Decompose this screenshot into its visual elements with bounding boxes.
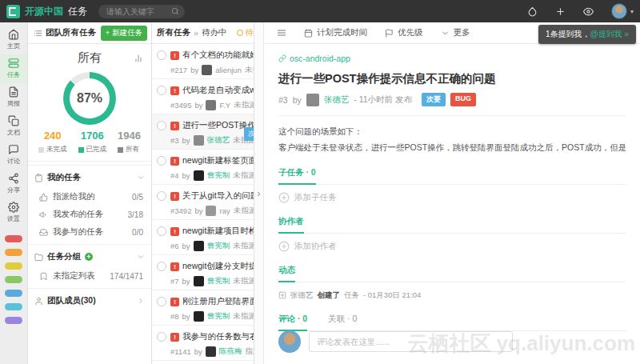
brand-name[interactable]: 开源中国 [25,5,63,18]
task-title[interactable]: newgit创建分支时提示重 [182,261,254,272]
project-link[interactable]: osc-android-app [278,54,350,63]
task-list-item[interactable]: ! 进行一些POST操作提示信 #3 by 张德艺 未指派 次要 [152,114,254,150]
bookmark-icon [39,272,48,281]
droplet-icon[interactable] [527,6,538,17]
task-title[interactable]: 有个文档的功能就好了 [182,50,254,61]
color-tag[interactable] [5,290,22,297]
task-list-item[interactable]: ! 有个文档的功能就好了 #217 by alienjun 未指派 [152,44,254,79]
menu-icon[interactable] [277,28,286,38]
report-icon [8,86,19,98]
task-author[interactable]: ray [219,206,230,215]
task-title[interactable]: 我参与的任务数与右侧实 [182,331,254,342]
task-checkbox[interactable] [157,332,166,342]
color-tag[interactable] [5,235,22,242]
task-checkbox[interactable] [157,297,166,306]
task-title[interactable]: 关于从git导入的问题 [182,190,254,202]
user-avatar[interactable] [611,3,627,19]
item-label: 我发布的任务 [53,209,103,220]
color-tag[interactable] [5,249,22,256]
section-team-members[interactable]: 团队成员(30) [28,289,151,311]
task-title[interactable]: 进行一些POST操作提示信 [182,120,254,131]
task-title: 进行一些POST操作提示信息不正确的问题 [278,71,626,86]
sidebar-item-weekly-report[interactable]: 周报 [0,83,27,112]
tab-relations[interactable]: 关联 · 0 [328,314,357,330]
sidebar-item-documents[interactable]: 文档 [0,112,27,141]
task-author[interactable]: alienjun [215,66,242,74]
task-author[interactable]: 张德艺 [324,94,350,106]
section-my-tasks[interactable]: 我的任务 [28,166,151,188]
breadcrumb-root[interactable]: 所有任务 [157,27,190,38]
task-author[interactable]: 张德艺 [207,135,230,146]
description-line: 客户端处于未登录状态，进行一些POST操作，跳转登陆界面登陆成功之后，POST成… [278,140,626,156]
sidebar-item-tasks[interactable]: 任务 [0,54,27,83]
task-checkbox[interactable] [157,191,166,201]
status-filter[interactable]: 待办中 [237,27,254,38]
task-list-item[interactable]: ! 我参与的任务数与右侧实 #1141 by 陈燕梅 指派给 [152,326,254,361]
task-list-item[interactable]: ! 刚注册用户登陆界面是不 #8 by 曾宪制 未指派 [152,290,254,326]
task-list-item[interactable]: ! newgit新建标签页面分支 #4 by 曾宪制 未指派 [152,150,254,185]
sidebar-item-unassigned-list[interactable]: 未指定列表 174/1471 [28,267,151,285]
add-collaborator-button[interactable]: 添加协作者 [278,234,626,254]
sidebar-item-share[interactable]: 分享 [0,170,27,198]
task-list-item[interactable]: ! newgit新建项目时检查项 #6 by 曾宪制 未指派 [152,220,254,255]
oschina-logo-icon[interactable] [6,5,20,18]
task-checkbox[interactable] [157,226,166,236]
color-tag[interactable] [5,276,22,283]
list-icon [34,29,42,38]
priority-button[interactable]: 优先级 [385,27,423,38]
task-author[interactable]: 曾宪制 [207,311,230,322]
user-menu[interactable]: ▾ [611,3,634,19]
task-assign-status: 未指派 [234,206,254,216]
bar-chart-icon[interactable] [134,54,143,63]
more-button[interactable]: 更多 [441,27,470,38]
sidebar-item-discussions[interactable]: 讨论 [0,141,27,170]
color-tag[interactable] [5,262,22,270]
sidebar-item-home[interactable]: 主页 [0,26,27,54]
avatar [194,241,204,251]
tab-comments[interactable]: 评论 · 0 [278,314,307,331]
task-author[interactable]: 曾宪制 [207,241,230,251]
chevron-down-icon[interactable] [137,174,145,182]
task-checkbox[interactable] [157,262,166,271]
sidebar-item-assigned-to-me[interactable]: 指派给我的 0/5 [28,188,151,206]
comment-input[interactable] [309,331,513,352]
task-checkbox[interactable] [157,121,166,130]
color-tag[interactable] [5,317,22,324]
due-date-button[interactable]: 计划完成时间 [304,27,367,38]
new-task-button[interactable]: + 新建任务 [101,26,147,41]
section-task-groups[interactable]: 任务分组 + [28,245,151,267]
collapse-panel-handle[interactable]: › [254,22,264,364]
mention-link[interactable]: @提到我 » [590,30,630,38]
task-title[interactable]: newgit新建项目时检查项 [182,226,254,237]
task-author[interactable]: 曾宪制 [207,170,230,181]
task-content: ! 我参与的任务数与右侧实 #1141 by 陈燕梅 指派给 [170,331,254,360]
task-title[interactable]: newgit新建标签页面分支 [182,155,254,166]
task-checkbox[interactable] [157,50,166,60]
megaphone-icon [39,210,48,219]
task-list-item[interactable]: ! newgit创建分支时提示重 #7 by 曾宪制 未指派 [152,255,254,290]
color-tag[interactable] [5,303,22,310]
task-author[interactable]: 曾宪制 [207,276,230,286]
task-list-item[interactable]: ! 代码老是自动变成window #3495 by F.Y 未指派 [152,79,254,114]
task-author[interactable]: F.Y [219,101,230,110]
plus-icon[interactable] [555,6,566,17]
task-checkbox[interactable] [157,156,166,166]
activity-user[interactable]: 张德艺 [290,290,314,301]
task-title[interactable]: 刚注册用户登陆界面是不 [182,296,254,307]
task-author[interactable]: 陈燕梅 [219,346,242,357]
add-group-icon[interactable]: + [85,253,93,261]
task-id: #4 [170,171,179,180]
eye-icon[interactable] [583,6,594,17]
section-title: 任务分组 [47,251,81,262]
chevron-right-icon[interactable] [137,297,145,305]
task-title[interactable]: 代码老是自动变成window [182,85,254,96]
task-checkbox[interactable] [157,86,166,95]
chevron-down-icon[interactable] [137,253,145,261]
sidebar-item-participated[interactable]: 我参与的任务 0/0 [28,223,151,241]
description-line: 这个问题的场景如下： [278,124,626,140]
add-subtask-button[interactable]: 添加子任务 [278,185,626,205]
task-list-item[interactable]: ! 关于从git导入的问题 git #3492 by ray 未指派 [152,185,254,220]
sidebar-item-settings[interactable]: 设置 [0,198,27,227]
sidebar-item-published-by-me[interactable]: 我发布的任务 3/18 [28,206,151,223]
thumb-icon [39,193,48,202]
